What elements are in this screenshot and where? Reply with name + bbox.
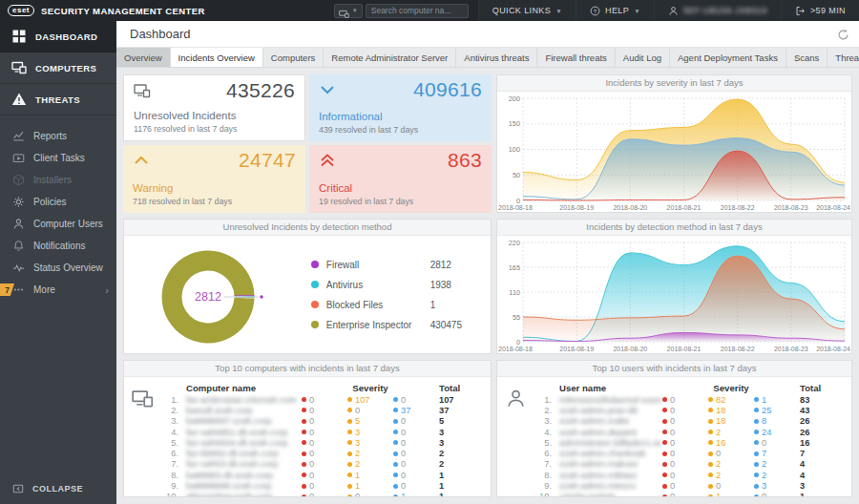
sidebar-item-computers[interactable]: COMPUTERS xyxy=(0,52,116,84)
severity-cell: 2 xyxy=(708,428,754,437)
table-row[interactable]: 7.faz-vah53-dli.szah.corp0202 xyxy=(160,459,483,470)
row-name: szah-admin.mieszo xyxy=(556,481,662,491)
sidebar-item-client-tasks[interactable]: Client Tasks xyxy=(0,147,116,169)
sidebar-item-label: Status Overview xyxy=(33,262,103,273)
sidebar-item-label: Installers xyxy=(33,175,72,185)
legend-item[interactable]: Firewall2812 xyxy=(311,255,476,275)
svg-text:2018-08-22: 2018-08-22 xyxy=(721,204,755,211)
table-header: Computer nameSeverityTotal xyxy=(160,381,483,394)
svg-text:?: ? xyxy=(594,8,597,13)
legend-label: Enterprise Inspector xyxy=(326,320,423,330)
search-input[interactable] xyxy=(366,4,469,18)
tab-threats[interactable]: Threats xyxy=(828,48,859,67)
table-row[interactable]: 6.faz-bb892-dli.szah.corp0202 xyxy=(160,448,483,458)
sidebar-item-policies[interactable]: Policies xyxy=(0,191,116,213)
sidebar-item-threats[interactable]: THREATS xyxy=(0,84,116,116)
table-row[interactable]: 3.ba8888897.szah.corp0505 xyxy=(160,416,483,427)
chevron-down-icon xyxy=(319,82,336,97)
table-row[interactable]: 10.camila.szalote0101 xyxy=(534,492,844,496)
tab-computers[interactable]: Computers xyxy=(263,48,324,67)
tab-incidents-overview[interactable]: Incidents Overview xyxy=(171,48,263,67)
table-row[interactable]: 3.szah-admin.malte018826 xyxy=(534,416,844,427)
total-header: Total xyxy=(439,383,483,393)
table-row[interactable]: 2.baxsdl.szah.corp003737 xyxy=(160,405,483,415)
tab-overview[interactable]: Overview xyxy=(116,48,171,67)
severity-cell: 2 xyxy=(708,459,754,469)
legend-item[interactable]: Enterprise Inspector430475 xyxy=(311,315,476,335)
tab-audit-log[interactable]: Audit Log xyxy=(616,48,670,67)
table-row[interactable]: 5.administrator.3dlladez1.szer016016 xyxy=(534,437,844,448)
card-critical[interactable]: 863 Critical 19 resolved in last 7 days xyxy=(309,145,492,213)
table-row[interactable]: 4.szah-admin.depami022426 xyxy=(534,427,844,437)
quick-links-menu[interactable]: QUICK LINKS ▼ xyxy=(478,0,576,21)
svg-text:2018-08-23: 2018-08-23 xyxy=(774,204,808,211)
row-name: szah-admin.miklasz xyxy=(556,471,662,480)
legend-item[interactable]: Blocked Files1 xyxy=(311,295,476,315)
severity-cell: 107 xyxy=(347,395,393,405)
tab-scans[interactable]: Scans xyxy=(786,48,828,67)
severity-cell: 0 xyxy=(662,406,708,415)
sidebar-item-notifications[interactable]: Notifications xyxy=(0,235,116,257)
tab-antivirus-threats[interactable]: Antivirus threats xyxy=(456,48,537,67)
tab-firewall-threats[interactable]: Firewall threats xyxy=(537,48,615,67)
donut-chart[interactable]: 2812 xyxy=(130,236,297,353)
severity-header: Severity xyxy=(662,383,800,393)
legend-item[interactable]: Antivirus1938 xyxy=(311,275,476,295)
sidebar-item-installers[interactable]: Installers xyxy=(0,169,116,191)
table-row[interactable]: 5.faz-sah6934-dli.szah.corp0303 xyxy=(160,437,483,448)
quick-links-label: QUICK LINKS xyxy=(492,6,551,15)
row-index: 8. xyxy=(534,471,556,480)
area-chart-severity[interactable]: 0501001502002018-08-182018-08-192018-08-… xyxy=(497,92,851,212)
legend-value: 2812 xyxy=(430,260,476,270)
table-row[interactable]: 8.szah-admin.miklasz0224 xyxy=(534,470,844,480)
table-row[interactable]: 8.ba88883.dli.szah.corp0101 xyxy=(160,470,483,480)
help-label: HELP xyxy=(605,6,629,15)
table-row[interactable]: 6.szah-admin.chankzab0077 xyxy=(534,448,844,458)
severity-cell: 0 xyxy=(662,459,708,469)
row-total: 1 xyxy=(439,492,483,496)
row-index: 10. xyxy=(160,492,183,496)
legend-value: 1 xyxy=(430,300,476,310)
area-chart-detection[interactable]: 0551101652202018-08-182018-08-192018-08-… xyxy=(497,236,851,353)
session-timer[interactable]: >59 MIN xyxy=(781,0,859,21)
severity-cell: 1 xyxy=(347,481,393,491)
card-subtext: 1176 resolved in last 7 days xyxy=(134,124,237,134)
chevron-right-icon: › xyxy=(105,284,109,296)
severity-cell: 2 xyxy=(347,459,393,469)
severity-cell: 0 xyxy=(347,492,393,496)
eset-logo: eset xyxy=(8,5,34,16)
table-row[interactable]: 10.alternazbrw.szah.corp0011 xyxy=(160,492,483,496)
sidebar-item-more[interactable]: More›7 xyxy=(0,279,116,301)
sidebar-item-status-overview[interactable]: Status Overview xyxy=(0,257,116,279)
collapse-button[interactable]: COLLAPSE xyxy=(12,483,83,494)
row-total: 37 xyxy=(439,406,483,415)
row-total: 2 xyxy=(439,459,483,469)
refresh-icon[interactable] xyxy=(837,28,849,40)
card-informational[interactable]: 409616 Informational 439 resolved in las… xyxy=(309,74,492,141)
row-name: faz-sah6934-dli.szah.corp xyxy=(183,438,302,448)
card-value: 409616 xyxy=(413,78,482,101)
table-row[interactable]: 1.fav-ambrosiae.v3szxah.com01070107 xyxy=(160,394,483,405)
table-row[interactable]: 4.faz-sah6851-dli.szah.corp0303 xyxy=(160,427,483,437)
card-unresolved-incidents[interactable]: 435226 Unresolved Incidents 1176 resolve… xyxy=(123,74,305,141)
client-tasks-icon xyxy=(12,152,25,164)
severity-cell: 0 xyxy=(302,449,347,458)
help-menu[interactable]: ? HELP ▼ xyxy=(576,0,654,21)
sidebar-item-reports[interactable]: Reports xyxy=(0,125,116,147)
tab-agent-deployment-tasks[interactable]: Agent Deployment Tasks xyxy=(670,48,786,67)
table-row[interactable]: 7.szah-admin.makusz0224 xyxy=(534,459,844,470)
tab-remote-administrator-server[interactable]: Remote Administrator Server xyxy=(324,48,456,67)
table-row[interactable]: 2.szah-admin.prav-db0182543 xyxy=(534,405,844,415)
table-row[interactable]: 9.ba8888898.szah.corp0101 xyxy=(160,480,483,491)
table-row[interactable]: 1.mikessera3bdaemal source082183 xyxy=(534,394,844,405)
svg-text:2018-08-23: 2018-08-23 xyxy=(774,346,808,352)
sidebar-item-dashboard[interactable]: DASHBOARD xyxy=(0,21,116,52)
search-type-selector[interactable]: ▼ xyxy=(334,4,363,18)
chevron-down-icon: ▼ xyxy=(555,8,562,14)
user-menu[interactable]: 5EF-UB156-JXB019 xyxy=(654,0,781,21)
severity-cell: 0 xyxy=(302,481,347,491)
card-warning[interactable]: 24747 Warning 718 resolved in last 7 day… xyxy=(123,145,305,213)
card-value: 863 xyxy=(448,149,482,172)
table-row[interactable]: 9.szah-admin.mieszo0033 xyxy=(534,480,844,491)
sidebar-item-computer-users[interactable]: Computer Users xyxy=(0,213,116,235)
